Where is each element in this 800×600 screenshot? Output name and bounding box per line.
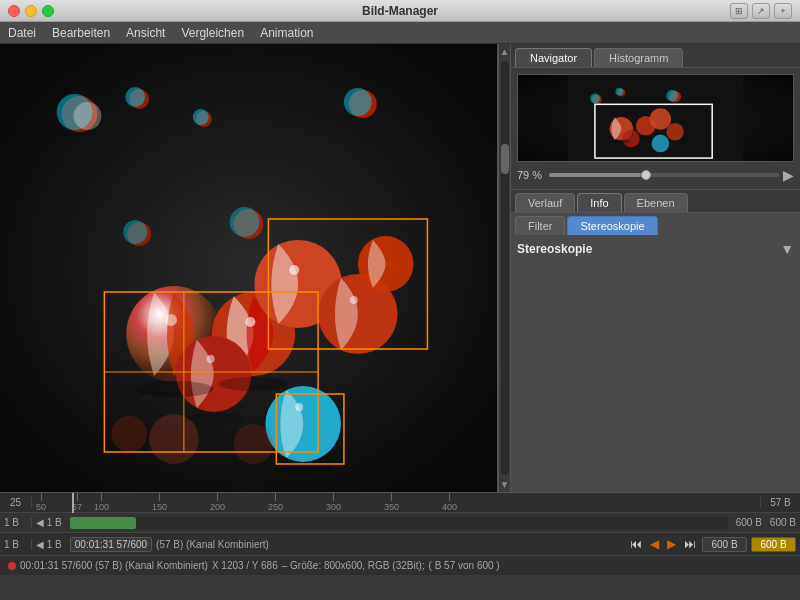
status-size: – Größe: 800x600, RGB (32Bit);: [282, 560, 425, 571]
canvas-vscroll[interactable]: ▲ ▼: [498, 44, 510, 492]
svg-point-53: [638, 136, 654, 140]
timeline-controls: 1 B ◀ 1 B 00:01:31 57/600 (57 B) (Kanal …: [0, 533, 800, 555]
minimize-button[interactable]: [25, 5, 37, 17]
toolbar-btn-3[interactable]: +: [774, 3, 792, 19]
close-button[interactable]: [8, 5, 20, 17]
tc-label: 1 B: [4, 539, 32, 550]
timeline-area: 25 50 57 100 150 200 250 300: [0, 492, 800, 555]
tc-btn-back[interactable]: ◀: [648, 537, 661, 551]
status-coords: X 1203 / Y 686: [212, 560, 278, 571]
svg-point-13: [246, 317, 256, 327]
tab-filter[interactable]: Filter: [515, 216, 565, 235]
nav-preview-svg: [518, 75, 793, 161]
svg-point-11: [165, 314, 177, 326]
titlebar: Bild-Manager ⊞ ↗ +: [0, 0, 800, 22]
menu-bearbeiten[interactable]: Bearbeiten: [52, 26, 110, 40]
menu-animation[interactable]: Animation: [260, 26, 313, 40]
track-bar-area[interactable]: [70, 517, 728, 529]
canvas-bg: [0, 44, 497, 492]
status-timecode: 00:01:31 57/600 (57 B) (Kanal Kombiniert…: [20, 560, 208, 571]
zoom-row: 79 % ▶: [517, 167, 794, 183]
timeline-tracks: 1 B ◀ 1 B 600 B 600 B: [0, 513, 800, 533]
ruler-mark-3: 150: [152, 493, 167, 513]
svg-point-45: [652, 135, 670, 153]
svg-point-5: [125, 87, 145, 107]
timeline-playhead[interactable]: [72, 493, 74, 513]
canvas-svg: [0, 44, 497, 492]
ruler-mark-5: 250: [268, 493, 283, 513]
svg-point-31: [149, 414, 199, 464]
right-panel: Navigator Histogramm: [510, 44, 800, 492]
ruler-mark-0: 50: [36, 493, 46, 513]
svg-point-9: [344, 88, 372, 116]
tc-left-btn[interactable]: ◀ 1 B: [36, 539, 62, 550]
tc-timecode-field[interactable]: 00:01:31 57/600: [70, 537, 152, 552]
status-indicator: [8, 562, 16, 570]
tc-right-field2[interactable]: 600 B: [751, 537, 796, 552]
tab-navigator[interactable]: Navigator: [515, 48, 592, 67]
svg-point-47: [590, 94, 600, 104]
traffic-lights: [8, 5, 54, 17]
panel-dropdown-icon[interactable]: ▼: [780, 241, 794, 257]
svg-point-26: [295, 403, 303, 411]
track-right-label2: 600 B: [770, 517, 796, 528]
navigator-section: 79 % ▶: [511, 68, 800, 190]
toolbar-right: ⊞ ↗ +: [730, 3, 792, 19]
panel-title: Stereoskopie: [517, 242, 592, 256]
track-prev-btn[interactable]: ◀ 1 B: [36, 517, 62, 528]
ruler-mark-7: 350: [384, 493, 399, 513]
tab-histogramm[interactable]: Histogramm: [594, 48, 683, 67]
svg-point-24: [123, 220, 147, 244]
svg-point-51: [666, 90, 678, 102]
timeline-ruler[interactable]: 50 57 100 150 200 250 300 350: [36, 493, 760, 513]
tab-ebenen[interactable]: Ebenen: [624, 193, 688, 212]
track-label: 1 B: [4, 517, 32, 528]
svg-point-17: [289, 265, 299, 275]
vscroll-track[interactable]: [501, 61, 509, 475]
menu-datei[interactable]: Datei: [8, 26, 36, 40]
toolbar-btn-1[interactable]: ⊞: [730, 3, 748, 19]
canvas-wrapper: ▲ ▼: [0, 44, 510, 492]
tab-verlauf[interactable]: Verlauf: [515, 193, 575, 212]
zoom-slider-thumb[interactable]: [641, 170, 651, 180]
svg-point-52: [612, 140, 632, 144]
svg-point-19: [350, 296, 358, 304]
ruler-mark-6: 300: [326, 493, 341, 513]
svg-point-15: [207, 355, 215, 363]
svg-point-28: [219, 377, 289, 391]
timeline-start-label: 25: [4, 497, 32, 508]
tab-stereoskopie[interactable]: Stereoskopie: [567, 216, 657, 235]
vscroll-thumb[interactable]: [501, 144, 509, 174]
tab-info[interactable]: Info: [577, 193, 621, 212]
ruler-mark-4: 200: [210, 493, 225, 513]
canvas-area[interactable]: [0, 44, 498, 492]
menu-ansicht[interactable]: Ansicht: [126, 26, 165, 40]
window-title: Bild-Manager: [362, 4, 438, 18]
toolbar-btn-2[interactable]: ↗: [752, 3, 770, 19]
tc-btn-play[interactable]: ▶: [665, 537, 678, 551]
menubar: Datei Bearbeiten Ansicht Vergleichen Ani…: [0, 22, 800, 44]
timeline-end-label: 57 B: [760, 497, 796, 508]
tc-btn-next[interactable]: ⏭: [682, 537, 698, 551]
track-green-bar: [70, 517, 136, 529]
menu-vergleichen[interactable]: Vergleichen: [181, 26, 244, 40]
svg-point-44: [666, 123, 684, 141]
svg-point-49: [615, 88, 623, 96]
svg-point-33: [111, 416, 147, 452]
ruler-mark-2: 100: [94, 493, 109, 513]
tc-frame-info: (57 B) (Kanal Kombiniert): [156, 539, 269, 550]
svg-point-3: [74, 102, 102, 130]
status-bit: ( B 57 von 600 ): [429, 560, 500, 571]
panel-title-row: Stereoskopie ▼: [517, 241, 794, 257]
maximize-button[interactable]: [42, 5, 54, 17]
nav-hist-tabs: Navigator Histogramm: [511, 44, 800, 68]
track-right-label: 600 B: [736, 517, 762, 528]
tc-btn-prev[interactable]: ⏮: [628, 537, 644, 551]
zoom-arrow-right[interactable]: ▶: [783, 167, 794, 183]
tc-right-field[interactable]: 600 B: [702, 537, 747, 552]
svg-point-7: [193, 109, 209, 125]
fs-tabs: Filter Stereoskopie: [511, 212, 800, 235]
zoom-slider-track[interactable]: [549, 173, 779, 177]
nav-preview-inner: [518, 75, 793, 161]
svg-point-22: [230, 207, 260, 237]
